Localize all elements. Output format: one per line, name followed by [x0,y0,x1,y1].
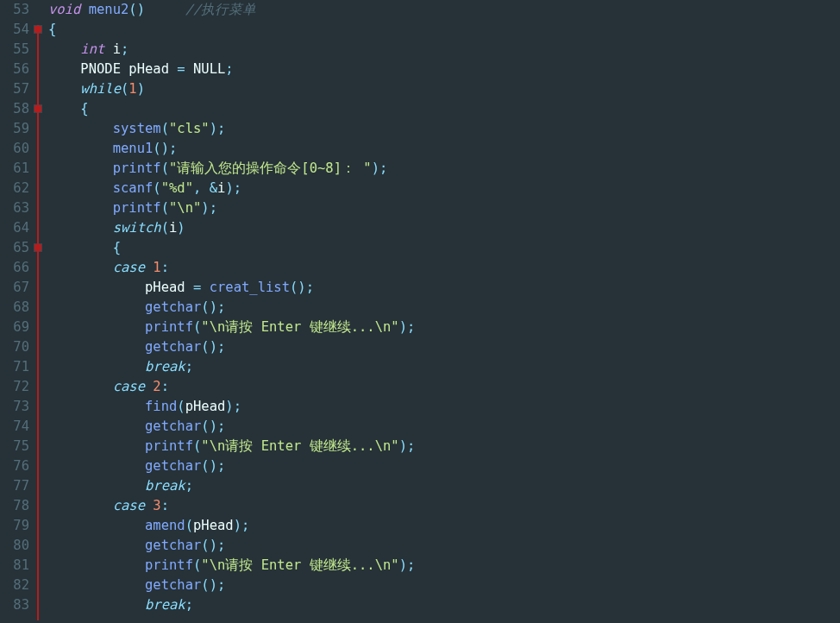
token-id: i [104,40,121,60]
code-line[interactable]: break; [48,595,840,615]
code-line[interactable]: printf("\n请按 Enter 键继续...\n"); [48,556,840,576]
token-paren: ) [234,516,241,536]
token-type: void [48,0,80,20]
token-paren: () [290,278,306,298]
code-line[interactable]: system("cls"); [48,119,840,139]
token-paren: () [153,139,169,159]
token-paren: ) [399,437,407,456]
token-paren: ) [372,159,379,179]
token-op: : [161,258,169,278]
code-line[interactable]: PNODE pHead = NULL; [48,60,840,79]
code-line[interactable]: getchar(); [48,417,840,437]
token-fn: printf [113,159,161,179]
token-paren: () [201,298,217,318]
token-paren: ) [399,318,407,337]
token-op: ; [217,417,225,437]
code-line[interactable]: int i; [48,40,840,60]
code-line[interactable]: { [48,238,840,258]
token-kw: case [113,496,145,516]
token-fn: getchar [145,337,201,357]
token-op: ; [217,536,225,556]
code-line[interactable]: case 1: [48,258,840,278]
token-id [145,496,153,516]
code-line[interactable]: find(pHead); [48,397,840,417]
code-line[interactable]: printf("请输入您的操作命令[0~8]： "); [48,159,840,179]
line-number: 57 [0,79,29,99]
token-op: , [193,179,201,198]
token-str: "\n请按 Enter 键继续...\n" [201,556,398,576]
code-line[interactable]: while(1) [48,79,840,99]
token-cmt: //执行菜单 [185,0,257,20]
token-paren: ( [185,516,193,536]
token-op: = [193,278,201,298]
code-line[interactable]: getchar(); [48,536,840,556]
code-line[interactable]: case 2: [48,377,840,397]
token-kw: case [113,258,145,278]
code-line[interactable]: switch(i) [48,218,840,238]
token-op: ; [185,357,193,377]
code-editor-content[interactable]: void menu2() //执行菜单{ int i; PNODE pHead … [45,0,840,623]
token-op: ; [217,576,225,595]
code-line[interactable]: getchar(); [48,456,840,476]
code-line[interactable]: pHead = creat_list(); [48,278,840,298]
change-indicator-line [37,25,39,620]
token-op: ; [407,437,415,456]
code-line[interactable]: amend(pHead); [48,516,840,536]
code-line[interactable]: menu1(); [48,139,840,159]
line-number-gutter: 5354555657585960616263646566676869707172… [0,0,33,623]
code-line[interactable]: scanf("%d", &i); [48,179,840,198]
code-line[interactable]: void menu2() //执行菜单 [48,0,840,20]
token-kw: switch [113,218,161,238]
token-kw: while [80,79,121,99]
line-number: 61 [0,159,29,179]
code-line[interactable]: break; [48,357,840,377]
token-fn: creat_list [210,278,290,298]
token-fn: system [113,119,161,139]
code-line[interactable]: printf("\n请按 Enter 键继续...\n"); [48,437,840,456]
token-id: pHead [185,397,226,417]
line-number: 63 [0,198,29,218]
token-id [80,0,88,20]
token-paren: ( [161,119,169,139]
token-kw: break [145,595,185,615]
token-op: : [161,496,169,516]
token-op: ; [225,60,233,79]
code-line[interactable]: case 3: [48,496,840,516]
token-str: "%d" [161,179,193,198]
line-number: 72 [0,377,29,397]
token-fn: printf [113,198,161,218]
token-paren: ( [193,437,201,456]
token-op: ; [379,159,387,179]
token-paren: ) [137,79,145,99]
token-paren: ) [210,119,217,139]
token-op: ; [234,179,241,198]
code-line[interactable]: { [48,99,840,119]
token-op: = [177,60,185,79]
token-paren: () [129,0,145,20]
token-kw: break [145,357,185,377]
token-fn: getchar [145,536,201,556]
token-op: ; [169,139,177,159]
line-number: 75 [0,437,29,456]
token-paren: ) [225,397,233,417]
token-op: { [113,238,121,258]
token-fn: menu2 [89,0,129,20]
token-id: pHead [193,516,234,536]
token-num: 3 [153,496,160,516]
line-number: 54 [0,20,29,40]
code-line[interactable]: break; [48,476,840,496]
token-fn: printf [145,556,193,576]
token-str: "cls" [169,119,210,139]
token-id: PNODE pHead [80,60,177,79]
code-line[interactable]: printf("\n"); [48,198,840,218]
token-num: 1 [153,258,160,278]
code-line[interactable]: { [48,20,840,40]
code-line[interactable]: printf("\n请按 Enter 键继续...\n"); [48,318,840,337]
code-line[interactable]: getchar(); [48,298,840,318]
token-op: & [210,179,217,198]
code-line[interactable]: getchar(); [48,576,840,595]
token-id [355,159,363,179]
token-fn: scanf [113,179,154,198]
code-line[interactable]: getchar(); [48,337,840,357]
line-number: 81 [0,556,29,576]
